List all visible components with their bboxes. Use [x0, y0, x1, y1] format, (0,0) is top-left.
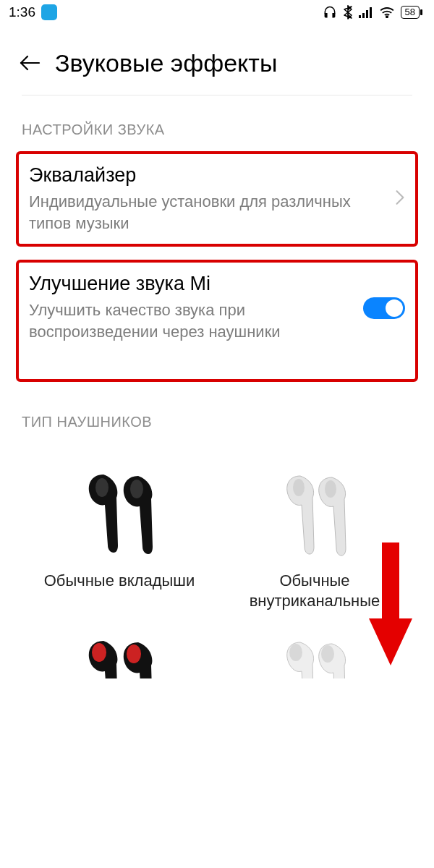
wifi-icon	[379, 7, 395, 18]
svg-point-11	[289, 644, 302, 661]
signal-icon	[359, 7, 373, 18]
svg-point-7	[293, 479, 305, 496]
svg-point-5	[95, 478, 109, 497]
headphone-label: Обычные вкладыши	[44, 571, 195, 592]
status-time: 1:36	[9, 4, 35, 20]
page-title: Звуковые эффекты	[55, 49, 277, 77]
notification-icon	[41, 4, 57, 20]
svg-rect-2	[366, 10, 368, 18]
svg-rect-3	[370, 7, 372, 18]
equalizer-row[interactable]: Эквалайзер Индивидуальные установки для …	[29, 164, 405, 234]
equalizer-title: Эквалайзер	[29, 164, 383, 187]
status-bar: 1:36	[0, 0, 434, 23]
earbuds-white-icon	[253, 458, 376, 566]
battery-level: 58	[401, 6, 420, 19]
svg-rect-1	[362, 13, 365, 18]
bluetooth-icon	[343, 5, 353, 20]
status-right: 58	[323, 5, 422, 20]
mi-enhance-row[interactable]: Улучшение звука Mi Улучшить качество зву…	[29, 273, 405, 342]
earbuds-icon	[253, 628, 376, 678]
section-sound-settings: НАСТРОЙКИ ЗВУКА	[0, 117, 434, 151]
headphone-option-earbuds[interactable]: Обычные вкладыши	[22, 451, 217, 625]
headphone-option-3[interactable]	[22, 628, 217, 692]
svg-point-12	[321, 645, 334, 663]
svg-point-6	[130, 480, 143, 498]
mi-enhance-subtitle: Улучшить качество звука при воспроизведе…	[29, 299, 356, 342]
earbuds-black-icon	[58, 458, 181, 566]
equalizer-subtitle: Индивидуальные установки для различных т…	[29, 191, 383, 234]
svg-rect-13	[382, 542, 399, 622]
headphones-icon	[323, 5, 337, 20]
mi-enhance-toggle[interactable]	[363, 297, 405, 319]
annotation-arrow-icon	[369, 542, 412, 665]
svg-point-9	[92, 643, 106, 662]
battery-icon: 58	[401, 6, 422, 19]
back-button[interactable]	[19, 52, 41, 75]
equalizer-row-highlight: Эквалайзер Индивидуальные установки для …	[16, 151, 418, 247]
svg-point-8	[325, 480, 336, 498]
mi-enhance-row-highlight: Улучшение звука Mi Улучшить качество зву…	[16, 260, 418, 381]
svg-point-4	[386, 16, 387, 17]
svg-rect-0	[359, 15, 361, 18]
mi-enhance-title: Улучшение звука Mi	[29, 273, 356, 295]
earbuds-icon	[58, 628, 181, 678]
svg-point-10	[127, 644, 141, 663]
status-left: 1:36	[9, 4, 57, 20]
svg-marker-14	[369, 618, 412, 665]
header: Звуковые эффекты	[0, 23, 434, 95]
divider	[22, 95, 412, 95]
section-headphone-type: ТИП НАУШНИКОВ	[0, 395, 434, 443]
chevron-right-icon	[391, 188, 405, 210]
